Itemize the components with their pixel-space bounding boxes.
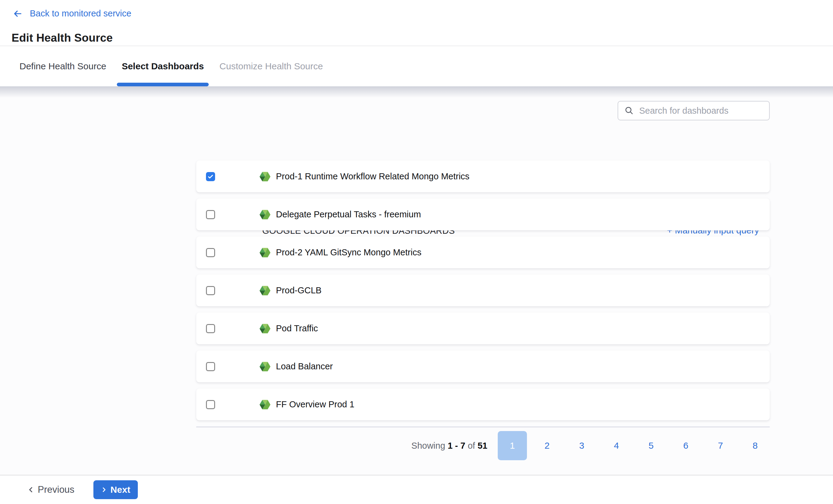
page-button-3[interactable]: 3	[567, 431, 596, 460]
dashboard-row[interactable]: Pod Traffic	[196, 312, 770, 345]
dashboard-checkbox[interactable]	[206, 400, 215, 409]
google-cloud-dashboard-icon	[259, 323, 271, 335]
page-button-4[interactable]: 4	[602, 431, 631, 460]
showing-label: Showing	[411, 441, 445, 451]
next-button[interactable]: Next	[93, 480, 138, 499]
next-label: Next	[111, 484, 130, 495]
tab-bar: Define Health Source Select Dashboards C…	[0, 46, 833, 86]
tab-define-health-source[interactable]: Define Health Source	[19, 46, 107, 86]
page-button-7[interactable]: 7	[706, 431, 735, 460]
dashboard-label: FF Overview Prod 1	[276, 399, 354, 409]
edit-health-source-screen: Back to monitored service Edit Health So…	[0, 0, 833, 504]
page-button-1[interactable]: 1	[498, 431, 527, 460]
previous-label: Previous	[38, 484, 74, 495]
dashboard-checkbox[interactable]	[206, 248, 215, 257]
footer-bar: Previous Next	[0, 475, 833, 504]
dashboard-checkbox[interactable]	[206, 324, 215, 333]
search-icon	[624, 106, 634, 116]
check-icon	[207, 173, 214, 180]
dashboard-label: Prod-1 Runtime Workflow Related Mongo Me…	[276, 172, 470, 181]
dashboard-label: Load Balancer	[276, 361, 333, 372]
page-title: Edit Health Source	[11, 32, 113, 44]
chevron-right-icon	[101, 486, 108, 494]
pagination-summary: Showing 1 - 7 of 51	[411, 441, 487, 451]
showing-range: 1 - 7	[448, 441, 465, 451]
pagination: Showing 1 - 7 of 51 12345678	[411, 431, 770, 460]
arrow-left-icon	[12, 9, 23, 19]
showing-total: 51	[478, 441, 487, 451]
dashboard-checkbox[interactable]	[206, 210, 215, 219]
back-link-label: Back to monitored service	[30, 8, 132, 19]
google-cloud-dashboard-icon	[259, 247, 271, 259]
google-cloud-dashboard-icon	[259, 284, 271, 297]
page-button-2[interactable]: 2	[532, 431, 562, 460]
dashboard-label: Pod Traffic	[276, 323, 318, 333]
dashboard-row[interactable]: Load Balancer	[196, 351, 770, 382]
google-cloud-dashboard-icon	[259, 399, 271, 411]
dashboard-row[interactable]: FF Overview Prod 1	[196, 388, 770, 421]
content-area: GOOGLE CLOUD OPERATION DASHBOARDS + Manu…	[0, 86, 833, 475]
header: Back to monitored service Edit Health So…	[0, 0, 833, 46]
google-cloud-dashboard-icon	[259, 208, 271, 221]
dashboard-row[interactable]: Prod-1 Runtime Workflow Related Mongo Me…	[196, 160, 770, 193]
dashboard-label: Prod-GCLB	[276, 285, 322, 296]
list-bottom-divider	[196, 427, 770, 427]
page-button-8[interactable]: 8	[740, 431, 770, 460]
dashboard-checkbox[interactable]	[206, 362, 215, 371]
google-cloud-dashboard-icon	[259, 360, 271, 373]
dashboard-checkbox[interactable]	[206, 286, 215, 295]
dashboard-row[interactable]: Prod-GCLB	[196, 275, 770, 306]
page-button-5[interactable]: 5	[637, 431, 666, 460]
search-input[interactable]	[639, 105, 769, 116]
dashboard-checkbox[interactable]	[206, 172, 215, 181]
back-link[interactable]: Back to monitored service	[12, 8, 132, 19]
google-cloud-dashboard-icon	[259, 171, 271, 183]
dashboard-search[interactable]	[618, 101, 770, 120]
dashboard-label: Prod-2 YAML GitSync Mongo Metrics	[276, 248, 421, 257]
dashboard-list: Prod-1 Runtime Workflow Related Mongo Me…	[196, 160, 770, 427]
dashboard-label: Delegate Perpetual Tasks - freemium	[276, 209, 421, 220]
tabbar-shadow	[0, 86, 833, 98]
tab-customize-health-source[interactable]: Customize Health Source	[219, 46, 324, 86]
of-label: of	[468, 441, 475, 451]
previous-button[interactable]: Previous	[27, 484, 74, 495]
page-button-6[interactable]: 6	[671, 431, 700, 460]
chevron-left-icon	[27, 486, 35, 494]
dashboard-row[interactable]: Delegate Perpetual Tasks - freemium	[196, 199, 770, 230]
dashboard-row[interactable]: Prod-2 YAML GitSync Mongo Metrics	[196, 236, 770, 269]
tab-select-dashboards[interactable]: Select Dashboards	[121, 46, 205, 86]
